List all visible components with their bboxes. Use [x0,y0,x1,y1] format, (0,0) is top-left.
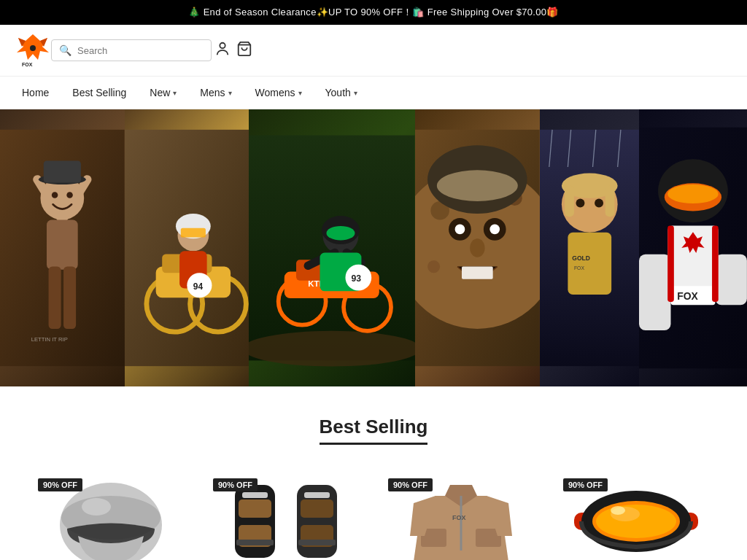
svg-point-63 [576,199,584,208]
search-input[interactable] [77,45,204,56]
announcement-text: 🎄 End of Season Clearance✨UP TO 90% OFF！… [188,7,558,18]
svg-point-39 [327,226,355,241]
svg-point-51 [470,238,484,257]
svg-rect-90 [242,492,268,498]
svg-text:FOX: FOX [22,62,33,67]
hero-img-6: FOX [639,109,747,386]
svg-point-108 [611,506,625,515]
svg-rect-95 [236,540,274,545]
account-button[interactable] [212,38,233,63]
nav-womens-label: Womens [255,87,295,98]
nav-item-youth[interactable]: Youth ▾ [315,77,368,109]
svg-rect-82 [667,226,674,302]
nav-womens-chevron: ▾ [298,89,302,97]
hero-img-5: GOLD FOX [540,109,640,386]
svg-rect-88 [239,499,271,518]
hero-banner: LETTIN IT RIP [0,109,747,386]
svg-rect-81 [716,254,747,306]
cart-button[interactable] [233,38,255,63]
nav-item-mens[interactable]: Mens ▾ [190,77,241,109]
hero-img-1: LETTIN IT RIP [0,109,125,386]
svg-rect-11 [47,220,78,270]
svg-rect-62 [605,186,614,217]
svg-point-75 [667,184,719,203]
product-card-4[interactable]: 90% OFF FOX [549,467,724,560]
svg-text:FOX: FOX [574,265,584,271]
hero-panel-3: KTM 93 [249,109,415,386]
svg-rect-52 [462,267,493,279]
product-2-badge: 90% OFF [213,478,258,491]
nav-new-chevron: ▾ [173,89,177,97]
product-grid: 90% OFF 90% OFF [0,459,747,560]
nav-mens-label: Mens [200,87,225,98]
account-icon [214,41,231,57]
hero-panel-6: FOX [639,109,747,386]
svg-rect-61 [565,186,574,217]
announcement-bar: 🎄 End of Season Clearance✨UP TO 90% OFF！… [0,0,747,25]
svg-rect-12 [49,267,61,329]
hero-img-4 [415,109,540,386]
svg-rect-83 [712,226,719,302]
svg-point-31 [249,331,415,367]
svg-point-86 [82,498,111,516]
product-4-badge: 90% OFF [563,478,608,491]
logo[interactable]: FOX [15,32,51,69]
search-icon: 🔍 [59,44,71,56]
nav-new-label: New [150,87,170,98]
hero-panel-5: GOLD FOX [540,109,640,386]
svg-text:LETTIN IT RIP: LETTIN IT RIP [31,336,68,343]
fox-logo-svg: FOX [15,32,51,69]
hero-img-2: 94 [125,109,249,386]
product-card-3[interactable]: 90% OFF FOX [374,467,549,560]
svg-rect-92 [301,499,333,518]
product-3-badge: 90% OFF [388,478,433,491]
product-card-1[interactable]: 90% OFF [23,467,198,560]
svg-point-5 [220,42,225,47]
nav-item-home[interactable]: Home [12,77,59,109]
hero-panel-1: LETTIN IT RIP [0,109,125,386]
svg-rect-27 [180,228,205,238]
header: FOX 🔍 [0,25,747,77]
svg-point-3 [30,45,36,51]
nav-item-new[interactable]: New ▾ [139,77,187,109]
svg-text:FOX: FOX [677,290,698,302]
svg-rect-69 [568,233,611,295]
cart-icon [236,41,252,57]
nav-youth-chevron: ▾ [354,89,357,97]
svg-point-15 [66,192,73,198]
svg-text:94: 94 [193,281,204,292]
svg-point-55 [427,260,440,273]
product-1-badge: 90% OFF [38,478,82,491]
svg-point-49 [455,225,465,235]
svg-rect-94 [304,492,330,498]
main-nav: Home Best Selling New ▾ Mens ▾ Womens ▾ … [0,77,747,109]
svg-rect-96 [298,540,336,545]
svg-point-57 [437,170,518,201]
hero-panel-2: 94 [125,109,249,386]
svg-point-50 [489,225,500,235]
best-selling-section: Best Selling [0,386,747,459]
svg-rect-17 [44,161,81,183]
nav-bestselling-label: Best Selling [72,87,126,98]
svg-text:GOLD: GOLD [572,254,590,262]
nav-mens-chevron: ▾ [228,89,232,97]
svg-point-64 [595,199,603,208]
svg-rect-13 [63,267,76,329]
nav-item-best-selling[interactable]: Best Selling [62,77,136,109]
nav-home-label: Home [22,87,49,98]
svg-point-14 [52,192,58,198]
svg-text:FOX: FOX [452,514,466,521]
product-card-2[interactable]: 90% OFF [198,467,374,560]
nav-item-womens[interactable]: Womens ▾ [245,77,312,109]
hero-img-3: KTM 93 [249,109,415,386]
best-selling-title: Best Selling [320,416,428,445]
nav-youth-label: Youth [325,87,351,98]
svg-rect-80 [639,254,671,330]
search-bar[interactable]: 🔍 [51,39,212,61]
hero-panel-4 [415,109,540,386]
svg-text:93: 93 [352,273,362,284]
